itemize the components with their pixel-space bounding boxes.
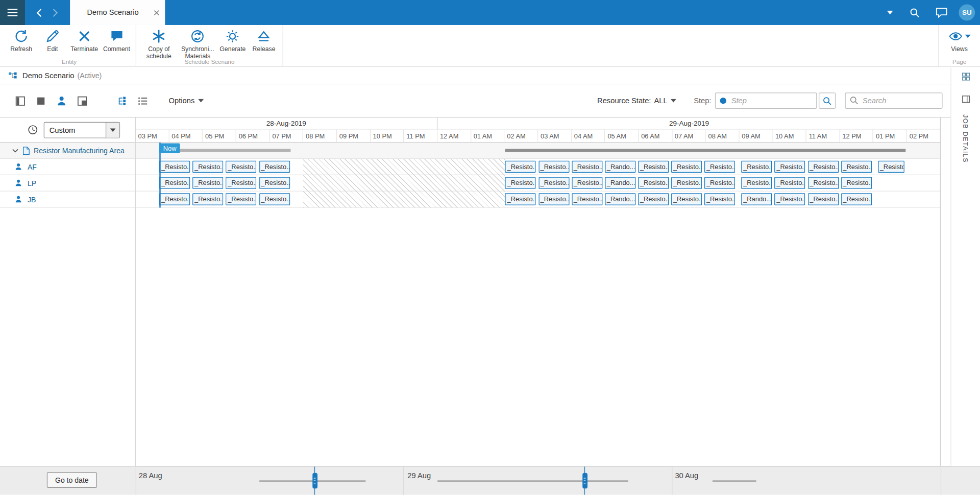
clock-icon — [28, 125, 38, 135]
task-bar[interactable]: _Resisto... — [808, 193, 839, 205]
task-bar[interactable]: _Resisto... — [841, 177, 872, 189]
area-tree-row[interactable]: Resistor Manufacturing Area — [0, 143, 135, 159]
task-bar[interactable]: _Resisto... — [775, 161, 805, 173]
go-to-date-button[interactable]: Go to date — [47, 472, 97, 488]
search-input-wrap — [845, 92, 943, 109]
task-bar[interactable]: _Resisto... — [671, 161, 702, 173]
synchronize-materials-icon — [189, 28, 206, 44]
task-bar[interactable]: _Resisto... — [259, 161, 290, 173]
task-bar[interactable]: _Resisto... — [505, 177, 536, 189]
list-view-button[interactable] — [136, 95, 149, 107]
task-bar[interactable]: _Resisto... — [704, 161, 735, 173]
resource-view-button[interactable] — [55, 95, 67, 107]
task-bar[interactable]: _Resisto... — [704, 193, 735, 205]
task-bar[interactable]: _Resisto... — [159, 161, 190, 173]
task-bar[interactable]: _Rando... — [741, 193, 772, 205]
task-bar[interactable]: _Resisto... — [572, 161, 602, 173]
board-view-button[interactable] — [14, 95, 26, 107]
summary-bar — [505, 149, 905, 152]
layout-grid-icon[interactable] — [962, 73, 970, 81]
overview-activity-bar — [713, 480, 756, 481]
task-bar[interactable]: _Resisto... — [704, 177, 735, 189]
task-bar[interactable]: _Resisto... — [841, 161, 872, 173]
block-view-button[interactable] — [34, 95, 46, 107]
task-bar[interactable]: _Resisto... — [841, 193, 872, 205]
resource-row-JB[interactable]: JB — [0, 192, 135, 208]
resource-row-AF[interactable]: AF — [0, 159, 135, 175]
task-bar[interactable]: _Resisto... — [505, 193, 536, 205]
task-bar[interactable]: _Resisto... — [671, 193, 702, 205]
task-bar[interactable]: _Resisto... — [741, 161, 772, 173]
task-bar[interactable]: _Resisto... — [638, 177, 669, 189]
task-bar[interactable]: _Resisto... — [572, 177, 602, 189]
hamburger-menu-button[interactable] — [0, 0, 25, 25]
task-bar[interactable]: _Resisto... — [226, 193, 257, 205]
avatar[interactable]: SU — [959, 5, 975, 21]
task-label: _Resisto... — [227, 161, 256, 172]
resource-row-LP[interactable]: LP — [0, 175, 135, 192]
task-bar[interactable]: _Resisto... — [775, 193, 805, 205]
task-bar[interactable]: _Resisto... — [808, 161, 839, 173]
search-icon[interactable] — [910, 7, 920, 18]
task-bar[interactable]: _Resisto... — [538, 177, 569, 189]
task-bar[interactable]: _Resisto... — [808, 177, 839, 189]
chevron-down-icon[interactable] — [106, 122, 119, 137]
task-bar[interactable]: _Resisto... — [259, 177, 290, 189]
hour-header-row: 03 PM04 PM05 PM06 PM07 PM08 PM09 PM10 PM… — [136, 129, 940, 143]
copy-schedule-icon — [151, 28, 167, 44]
hour-header: 02 AM — [504, 129, 538, 142]
step-search-button[interactable] — [819, 92, 836, 109]
drag-grip-icon[interactable] — [312, 473, 317, 489]
task-label: _Resisto... — [808, 194, 838, 204]
task-bar[interactable]: _Resisto... — [638, 161, 669, 173]
overview-day-label: 29 Aug — [407, 471, 431, 480]
task-bar[interactable]: _Resisto... — [192, 161, 223, 173]
task-bar[interactable]: _Resisto... — [572, 193, 602, 205]
task-bar[interactable]: _Resisto... — [192, 193, 223, 205]
task-bar[interactable]: _Rando... — [605, 193, 635, 205]
task-bar[interactable]: _Resisto... — [878, 161, 904, 173]
search-input[interactable] — [845, 92, 943, 109]
close-icon[interactable] — [154, 10, 159, 15]
task-bar[interactable]: _Resisto... — [538, 193, 569, 205]
task-bar[interactable]: _Resisto... — [671, 177, 702, 189]
task-bar[interactable]: _Resisto... — [226, 161, 257, 173]
back-button[interactable] — [31, 0, 46, 25]
task-bar[interactable]: _Resisto... — [192, 177, 223, 189]
frame-view-button[interactable] — [76, 95, 88, 107]
task-bar[interactable]: _Resisto... — [505, 161, 536, 173]
forward-button[interactable] — [47, 0, 62, 25]
task-bar[interactable]: _Resisto... — [159, 177, 190, 189]
range-handle[interactable] — [314, 466, 315, 494]
task-bar[interactable]: _Resisto... — [226, 177, 257, 189]
chat-icon[interactable] — [936, 7, 947, 18]
step-input[interactable] — [715, 92, 817, 109]
resource-state-filter[interactable]: Resource State: ALL — [597, 97, 676, 105]
gantt-area-row[interactable] — [136, 143, 940, 159]
task-bar[interactable]: _Resisto... — [638, 193, 669, 205]
tab-job-details[interactable]: JOB DETAILS — [962, 114, 969, 163]
drag-grip-icon[interactable] — [582, 473, 587, 489]
task-bar[interactable]: _Rando... — [605, 177, 635, 189]
chevron-down-icon[interactable] — [887, 11, 893, 14]
time-scale-select[interactable]: Custom — [44, 122, 120, 138]
tree-view-button[interactable] — [116, 95, 128, 107]
ribbon-group-label: Entity — [3, 58, 136, 65]
options-button[interactable]: Options — [169, 97, 204, 105]
chevron-down-icon[interactable] — [12, 148, 18, 153]
ribbon-button-label: Synchroni... Materials — [181, 45, 214, 59]
task-bar[interactable]: _Resisto... — [159, 193, 190, 205]
gantt-chart: 28-Aug-201929-Aug-2019 03 PM04 PM05 PM06… — [136, 117, 941, 466]
task-bar[interactable]: _Resisto... — [741, 177, 772, 189]
range-handle[interactable] — [584, 466, 585, 494]
expand-panel-icon[interactable] — [962, 95, 970, 103]
tab-demo-scenario[interactable]: Demo Scenario — [70, 0, 165, 25]
chevron-right-icon — [52, 8, 58, 17]
task-bar[interactable]: _Rando... — [605, 161, 635, 173]
task-label: _Rando... — [742, 194, 772, 204]
task-bar[interactable]: _Resisto... — [538, 161, 569, 173]
ribbon-group-page: Views Page — [938, 25, 980, 66]
task-bar[interactable]: _Resisto... — [259, 193, 290, 205]
task-bar[interactable]: _Resisto... — [775, 177, 805, 189]
overview-timeline[interactable]: 28 Aug29 Aug30 Aug — [0, 466, 980, 494]
